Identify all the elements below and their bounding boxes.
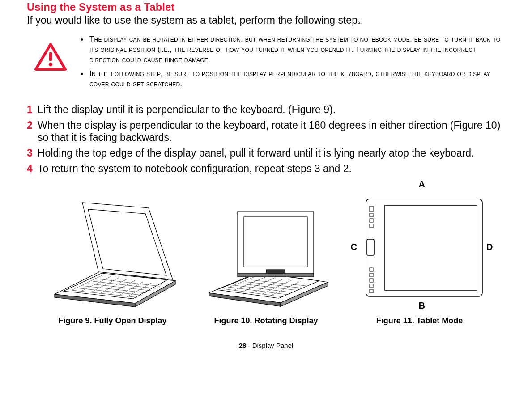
- intro-main: If you would like to use the system as a…: [27, 14, 358, 26]
- step-text: To return the system to notebook configu…: [38, 163, 505, 175]
- figure-9-caption: Figure 9. Fully Open Display: [58, 316, 166, 326]
- intro-tail: s.: [358, 19, 362, 25]
- step-item: 2 When the display is perpendicular to t…: [27, 119, 505, 144]
- step-number: 3: [27, 147, 38, 159]
- footer-section: - Display Panel: [246, 342, 293, 349]
- step-item: 1 Lift the display until it is perpendic…: [27, 104, 505, 116]
- steps-list: 1 Lift the display until it is perpendic…: [27, 104, 505, 175]
- section-heading: Using the System as a Tablet: [27, 1, 505, 13]
- warning-item: The display can be rotated in either dir…: [78, 34, 505, 65]
- warning-list: The display can be rotated in either dir…: [78, 34, 505, 93]
- figure-11-label-d: D: [486, 242, 493, 252]
- svg-rect-42: [385, 205, 477, 290]
- figure-11-label-c: C: [351, 242, 357, 252]
- step-text: Lift the display until it is perpendicul…: [38, 104, 505, 116]
- figure-11-illustration: A B C D: [344, 180, 496, 310]
- step-number: 4: [27, 163, 38, 175]
- svg-point-1: [49, 63, 52, 66]
- step-item: 3 Holding the top edge of the display pa…: [27, 147, 505, 159]
- warning-item: In the following step, be sure to positi…: [78, 69, 505, 89]
- svg-rect-43: [367, 239, 374, 255]
- figure-9: Figure 9. Fully Open Display: [36, 194, 189, 326]
- step-item: 4 To return the system to notebook confi…: [27, 163, 505, 175]
- step-number: 1: [27, 104, 38, 116]
- figure-10-caption: Figure 10. Rotating Display: [214, 316, 318, 326]
- figure-9-illustration: [46, 194, 180, 310]
- svg-rect-49: [370, 273, 373, 277]
- figure-10: Figure 10. Rotating Display: [189, 194, 343, 326]
- svg-marker-38: [238, 273, 314, 277]
- page-footer: 28 - Display Panel: [27, 342, 505, 349]
- svg-rect-50: [370, 279, 373, 282]
- svg-rect-46: [370, 219, 373, 222]
- warning-icon: [34, 42, 67, 72]
- svg-rect-48: [370, 268, 373, 271]
- figure-10-illustration: [199, 194, 333, 310]
- warning-block: The display can be rotated in either dir…: [27, 34, 505, 93]
- svg-rect-45: [370, 213, 373, 217]
- figure-11: A B C D Figure 11. Tablet Mode: [343, 180, 496, 326]
- figure-11-caption: Figure 11. Tablet Mode: [376, 316, 463, 326]
- svg-rect-39: [244, 217, 307, 267]
- svg-rect-40: [266, 270, 285, 273]
- intro-text: If you would like to use the system as a…: [27, 14, 505, 26]
- step-text: Holding the top edge of the display pane…: [38, 147, 505, 159]
- svg-rect-52: [370, 289, 373, 293]
- figure-11-label-b: B: [419, 301, 425, 311]
- svg-rect-0: [49, 52, 52, 61]
- svg-rect-44: [370, 206, 373, 212]
- page-number: 28: [239, 342, 247, 349]
- figures-row: Figure 9. Fully Open Display: [27, 180, 505, 326]
- svg-rect-47: [370, 224, 373, 228]
- step-text: When the display is perpendicular to the…: [38, 119, 505, 144]
- step-number: 2: [27, 119, 38, 144]
- svg-rect-51: [370, 284, 373, 288]
- figure-11-label-a: A: [419, 179, 425, 190]
